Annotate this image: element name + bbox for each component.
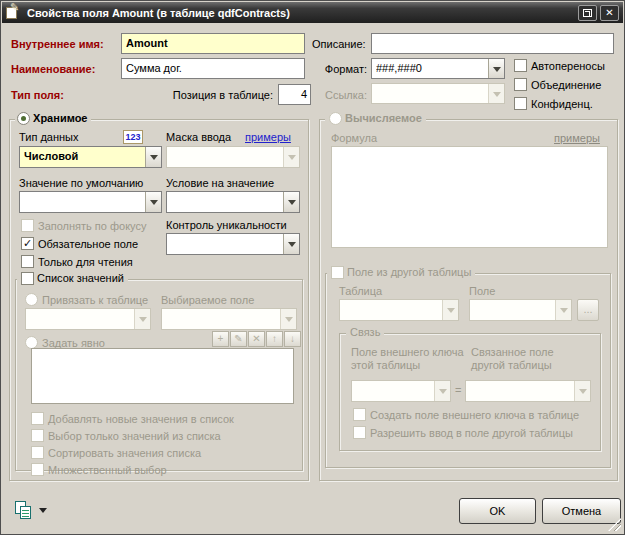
relation-legend: Связь bbox=[346, 326, 384, 338]
pencil-icon: ✎ bbox=[234, 333, 242, 344]
form-pencil-icon: ✎ bbox=[6, 6, 21, 20]
format-combobox[interactable]: ###,###0 bbox=[371, 58, 505, 79]
cancel-button[interactable]: Отмена bbox=[542, 498, 621, 524]
fk-label-line1: Поле внешнего ключа bbox=[351, 346, 464, 358]
stored-radio[interactable] bbox=[17, 112, 30, 125]
chevron-down-icon[interactable] bbox=[488, 59, 504, 78]
equals-sign: = bbox=[455, 384, 461, 396]
computed-radio bbox=[329, 112, 342, 125]
delete-item-button: ✕ bbox=[248, 331, 265, 347]
fill-by-focus-checkbox bbox=[21, 219, 34, 232]
uniqueness-combobox[interactable] bbox=[166, 233, 300, 255]
position-label: Позиция в таблице: bbox=[141, 89, 273, 101]
value-condition-combobox[interactable] bbox=[166, 191, 300, 213]
chevron-down-icon[interactable] bbox=[283, 234, 299, 254]
only-list-values-label: Выбор только значений из списка bbox=[48, 430, 221, 442]
autowrap-checkbox[interactable] bbox=[514, 59, 527, 72]
internal-name-input[interactable]: Amount bbox=[121, 33, 305, 54]
arrow-down-icon: ↓ bbox=[290, 333, 295, 344]
bind-table-combobox bbox=[25, 308, 151, 330]
move-down-button: ↓ bbox=[284, 331, 301, 347]
explicit-values-listbox bbox=[31, 348, 294, 404]
create-fk-label: Создать поле внешнего ключа в таблице bbox=[370, 409, 579, 421]
close-icon: ✕ bbox=[605, 8, 613, 18]
data-type-label: Тип данных bbox=[19, 131, 79, 143]
default-value-combobox[interactable] bbox=[19, 191, 162, 213]
merge-checkbox[interactable] bbox=[514, 78, 527, 91]
value-list-checkbox[interactable] bbox=[21, 272, 34, 285]
uniqueness-label: Контроль уникальности bbox=[166, 219, 287, 231]
fill-by-focus-label: Заполнять по фокусу bbox=[38, 220, 146, 232]
link-label: Ссылка: bbox=[319, 89, 367, 101]
field-label: Поле bbox=[469, 285, 495, 297]
autowrap-label: Автопереносы bbox=[531, 60, 605, 72]
add-new-values-label: Добавлять новые значения в список bbox=[48, 413, 234, 425]
chevron-down-icon bbox=[488, 84, 504, 103]
title-bar[interactable]: ✎ Свойства поля Amount (в таблице qdfCon… bbox=[2, 2, 623, 23]
allow-input-label: Разрешить ввод в поле другой таблицы bbox=[370, 427, 573, 439]
fk-field-combobox bbox=[351, 380, 451, 402]
field-properties-dialog: ✎ Свойства поля Amount (в таблице qdfCon… bbox=[0, 0, 625, 535]
chevron-down-icon bbox=[283, 147, 299, 167]
required-field-label: Обязательное поле bbox=[38, 238, 138, 250]
fk-label-line2: этой таблицы bbox=[351, 359, 420, 371]
related-label-line1: Связанное поле bbox=[471, 346, 554, 358]
copy-properties-button[interactable] bbox=[13, 500, 53, 524]
confidential-checkbox[interactable] bbox=[514, 97, 527, 110]
chevron-down-icon bbox=[280, 309, 296, 329]
other-table-legend: Поле из другой таблицы bbox=[347, 266, 471, 278]
position-input[interactable]: 4 bbox=[278, 84, 311, 105]
link-combobox bbox=[371, 83, 505, 104]
description-input[interactable] bbox=[371, 33, 614, 54]
chevron-down-icon[interactable] bbox=[145, 192, 161, 212]
internal-name-label: Внутреннее имя: bbox=[11, 38, 104, 50]
chevron-down-icon[interactable] bbox=[283, 192, 299, 212]
edit-item-button: ✎ bbox=[230, 331, 247, 347]
table-label: Таблица bbox=[339, 285, 382, 297]
chevron-down-icon bbox=[434, 381, 450, 401]
caption-input[interactable]: Сумма дог. bbox=[121, 58, 305, 79]
chevron-down-icon bbox=[442, 300, 458, 320]
ok-button[interactable]: OK bbox=[459, 498, 536, 524]
plus-icon: + bbox=[218, 333, 224, 344]
other-table-checkbox bbox=[331, 266, 344, 279]
create-fk-checkbox bbox=[353, 408, 366, 421]
description-label: Описание: bbox=[312, 38, 366, 50]
add-new-values-checkbox bbox=[31, 412, 44, 425]
window-title: Свойства поля Amount (в таблице qdfContr… bbox=[27, 7, 575, 19]
read-only-checkbox[interactable] bbox=[21, 255, 34, 268]
multi-select-label: Множественный выбор bbox=[48, 464, 167, 476]
confidential-label: Конфиденц. bbox=[531, 98, 593, 110]
chevron-down-icon bbox=[134, 309, 150, 329]
input-mask-label: Маска ввода bbox=[166, 131, 231, 143]
dropdown-arrow-icon bbox=[39, 508, 47, 517]
multi-select-checkbox bbox=[31, 463, 44, 476]
required-field-checkbox[interactable]: ✓ bbox=[21, 237, 34, 250]
mask-examples-link[interactable]: примеры bbox=[245, 131, 291, 143]
field-combobox bbox=[469, 299, 572, 321]
caption-label: Наименование: bbox=[11, 63, 95, 75]
selectable-field-combobox bbox=[161, 308, 297, 330]
read-only-label: Только для чтения bbox=[38, 256, 133, 268]
delete-icon: ✕ bbox=[252, 333, 260, 344]
bind-to-table-label: Привязать к таблице bbox=[42, 294, 148, 306]
formula-textarea bbox=[331, 146, 608, 248]
stored-legend: Хранимое bbox=[33, 112, 87, 124]
format-label: Формат: bbox=[319, 63, 367, 75]
bind-to-table-radio bbox=[25, 293, 38, 306]
input-mask-combobox bbox=[166, 146, 300, 168]
chevron-down-icon[interactable] bbox=[145, 147, 161, 167]
sort-values-checkbox bbox=[31, 446, 44, 459]
field-type-label: Тип поля: bbox=[11, 89, 64, 101]
arrow-up-icon: ↑ bbox=[272, 333, 277, 344]
rollup-button[interactable] bbox=[578, 5, 597, 21]
rollup-icon bbox=[583, 9, 592, 17]
browse-field-button: ... bbox=[577, 299, 599, 321]
value-list-legend: Список значений bbox=[37, 272, 124, 284]
close-button[interactable]: ✕ bbox=[600, 5, 619, 21]
formula-label: Формула bbox=[331, 132, 377, 144]
data-type-combobox[interactable]: Числовой bbox=[19, 146, 162, 168]
chevron-down-icon bbox=[574, 381, 590, 401]
table-combobox bbox=[339, 299, 459, 321]
only-list-values-checkbox bbox=[31, 429, 44, 442]
